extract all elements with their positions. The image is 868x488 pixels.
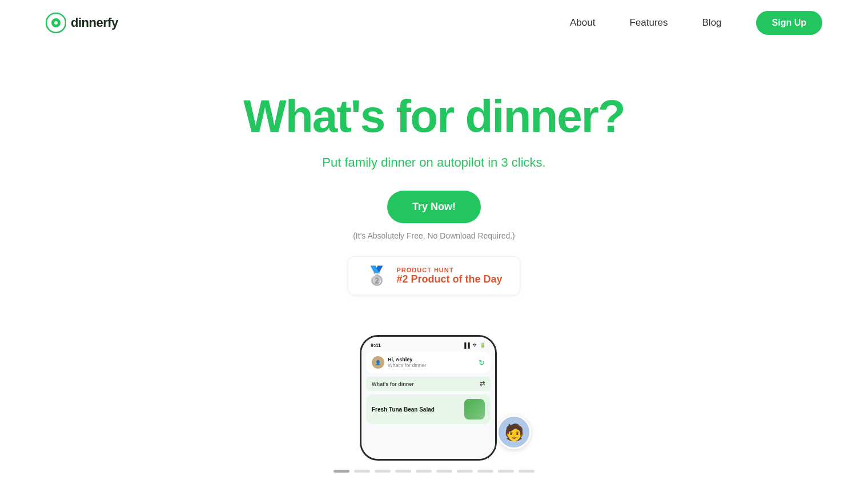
phone-frame: 9:41 ▌▌ ᯤ 🔋 👤 Hi, Ashley What's for dinn… [360, 335, 497, 461]
greeting-sub: What's for dinner [388, 362, 427, 368]
medal-icon: 🥈 [365, 265, 388, 287]
meal-title: Fresh Tuna Bean Salad [372, 406, 435, 413]
shuffle-icon[interactable]: ⇄ [480, 380, 485, 388]
logo-icon [46, 13, 66, 33]
dot-10[interactable] [519, 470, 535, 473]
user-avatar: 👤 [372, 356, 384, 369]
status-time: 9:41 [371, 342, 381, 348]
dot-4[interactable] [395, 470, 411, 473]
dot-3[interactable] [375, 470, 391, 473]
header: dinnerfy About Features Blog Sign Up [0, 0, 868, 46]
phone-section-header: What's for dinner ⇄ [366, 377, 491, 391]
floating-avatar: 🧑 [497, 415, 531, 449]
dot-6[interactable] [436, 470, 452, 473]
avatar-emoji: 🧑 [504, 423, 524, 442]
logo[interactable]: dinnerfy [46, 13, 118, 33]
nav-features[interactable]: Features [629, 17, 668, 29]
hero-subtitle: Put family dinner on autopilot in 3 clic… [322, 155, 545, 170]
dot-7[interactable] [457, 470, 473, 473]
phone-meal-card[interactable]: Fresh Tuna Bean Salad [366, 394, 491, 424]
meal-image [464, 399, 485, 420]
dot-9[interactable] [498, 470, 514, 473]
nav-blog[interactable]: Blog [702, 17, 722, 29]
phone-greeting-card: 👤 Hi, Ashley What's for dinner ↻ [366, 352, 491, 373]
main-nav: About Features Blog Sign Up [570, 11, 822, 35]
signup-button[interactable]: Sign Up [756, 11, 822, 35]
ph-rank: #2 Product of the Day [396, 273, 502, 285]
phone-screen: 9:41 ▌▌ ᯤ 🔋 👤 Hi, Ashley What's for dinn… [361, 337, 495, 459]
dot-2[interactable] [354, 470, 370, 473]
ph-label: PRODUCT HUNT [396, 267, 502, 273]
greeting-name: Hi, Ashley [388, 357, 427, 362]
logo-text: dinnerfy [71, 15, 118, 30]
section-title: What's for dinner [372, 381, 414, 387]
nav-about[interactable]: About [570, 17, 595, 29]
dot-5[interactable] [416, 470, 432, 473]
try-now-button[interactable]: Try Now! [387, 191, 481, 223]
product-hunt-badge[interactable]: 🥈 PRODUCT HUNT #2 Product of the Day [348, 256, 520, 295]
free-note: (It's Absolutely Free. No Download Requi… [353, 231, 515, 240]
ph-text-area: PRODUCT HUNT #2 Product of the Day [396, 267, 502, 285]
hero-section: What's for dinner? Put family dinner on … [0, 46, 868, 318]
refresh-icon[interactable]: ↻ [479, 358, 485, 367]
dot-8[interactable] [477, 470, 493, 473]
greeting-text-area: Hi, Ashley What's for dinner [388, 357, 427, 368]
hero-title: What's for dinner? [243, 91, 624, 142]
svg-point-2 [54, 21, 58, 25]
slider-dots [0, 470, 868, 473]
phone-container: 9:41 ▌▌ ᯤ 🔋 👤 Hi, Ashley What's for dinn… [360, 335, 508, 461]
greeting-left: 👤 Hi, Ashley What's for dinner [372, 356, 427, 369]
dot-1[interactable] [333, 470, 349, 473]
status-bar: 9:41 ▌▌ ᯤ 🔋 [366, 341, 491, 348]
status-icons: ▌▌ ᯤ 🔋 [464, 342, 486, 348]
phone-section: 9:41 ▌▌ ᯤ 🔋 👤 Hi, Ashley What's for dinn… [0, 329, 868, 461]
